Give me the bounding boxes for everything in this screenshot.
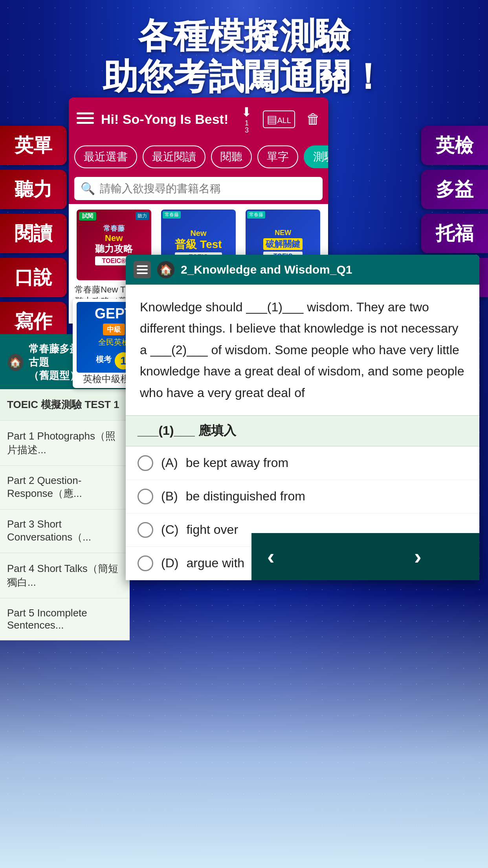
quiz-title: 2_Knowledge and Wisdom_Q1 <box>181 263 352 276</box>
tab-row: 最近選書 最近閱讀 閱聽 單字 測驗 <box>69 141 328 173</box>
quiz-home-icon[interactable]: 🏠 <box>157 261 174 278</box>
content-item-part5[interactable]: Part 5 Incomplete Sentences... <box>0 598 130 640</box>
gept-mock-label: 模考 <box>96 354 112 365</box>
option-a-row[interactable]: (A) be kept away from <box>126 447 479 480</box>
gept-subtitle: 全民英檢 <box>98 337 130 348</box>
option-b-row[interactable]: (B) be distinguished from <box>126 480 479 513</box>
panel-header: Hi! So-Yong Is Best! ⬇ 13 ▤ALL 🗑 <box>69 97 328 141</box>
content-item-part1[interactable]: Part 1 Photographs（照片描述... <box>0 421 130 466</box>
book1-tag: 試閱 <box>79 212 96 221</box>
content-home-icon: 🏠 <box>8 354 23 371</box>
book1-type-tag: 聽力 <box>136 212 149 220</box>
search-icon: 🔍 <box>81 182 95 195</box>
option-a-radio[interactable] <box>138 455 153 471</box>
option-b-text: be distinguished from <box>186 489 305 504</box>
option-b-radio[interactable] <box>138 489 153 504</box>
option-d-text: argue with <box>186 556 244 570</box>
content-item-part4[interactable]: Part 4 Short Talks（簡短獨白... <box>0 553 130 598</box>
option-b-letter: (B) <box>161 489 178 504</box>
content-item-part3[interactable]: Part 3 Short Conversations（... <box>0 509 130 553</box>
panel-user-greeting: Hi! So-Yong Is Best! <box>101 112 234 127</box>
book2-brand: 常春藤 <box>163 211 181 219</box>
filter-all-label: ALL <box>277 116 291 125</box>
quiz-panel: 🏠 2_Knowledge and Wisdom_Q1 Knowledge sh… <box>126 255 479 580</box>
main-title-area: 各種模擬測驗助您考試闖通關！ <box>0 16 488 97</box>
option-c-letter: (C) <box>161 522 178 537</box>
tab-recent-read[interactable]: 最近閱讀 <box>143 145 205 168</box>
bottom-navigation: ‹ › 🔍 看答案 <box>251 533 479 580</box>
tab-listen-read[interactable]: 閱聽 <box>211 145 252 168</box>
sidebar-item-reading[interactable]: 閱讀 <box>0 214 67 253</box>
option-d-letter: (D) <box>161 556 178 570</box>
fill-in-label: ___(1)___ 應填入 <box>126 416 479 447</box>
tab-test[interactable]: 測驗 <box>304 145 328 168</box>
option-a-letter: (A) <box>161 456 178 470</box>
delete-button[interactable]: 🗑 <box>306 111 320 127</box>
quiz-list-icon[interactable] <box>134 261 151 278</box>
sidebar-item-listening[interactable]: 聽力 <box>0 170 67 209</box>
search-bar: 🔍 <box>74 177 323 200</box>
tab-recent-books[interactable]: 最近選書 <box>74 145 137 168</box>
sort-arrow-icon: ⬇ <box>241 105 252 120</box>
content-item-test1[interactable]: TOEIC 模擬測驗 TEST 1 <box>0 389 130 421</box>
main-title: 各種模擬測驗助您考試闖通關！ <box>0 16 488 97</box>
sidebar-item-toefl[interactable]: 托福 <box>421 214 488 253</box>
sidebar-item-toeic[interactable]: 多益 <box>421 170 488 209</box>
gept-level-badge: 中級 <box>103 324 125 335</box>
sidebar-left: 英單 聽力 閱讀 口說 寫作 <box>0 126 67 341</box>
tab-vocab[interactable]: 單字 <box>257 145 298 168</box>
option-d-radio[interactable] <box>138 555 153 571</box>
sidebar-item-gept[interactable]: 英檢 <box>421 126 488 165</box>
search-input[interactable] <box>100 182 316 195</box>
prev-arrow-button[interactable]: ‹ <box>267 544 275 569</box>
filter-all-button[interactable]: ▤ALL <box>263 110 295 128</box>
option-c-radio[interactable] <box>138 522 153 538</box>
book3-brand: 常春藤 <box>247 211 265 219</box>
option-c-text: fight over <box>186 522 238 537</box>
sidebar-item-vocab[interactable]: 英單 <box>0 126 67 165</box>
next-arrow-button[interactable]: › <box>414 544 422 569</box>
sort-button[interactable]: ⬇ 13 <box>241 105 252 134</box>
content-item-part2[interactable]: Part 2 Question-Response（應... <box>0 466 130 509</box>
quiz-header: 🏠 2_Knowledge and Wisdom_Q1 <box>126 255 479 285</box>
sort-number: 13 <box>245 120 249 134</box>
sidebar-item-speaking[interactable]: 口說 <box>0 258 67 297</box>
menu-icon[interactable] <box>77 112 94 126</box>
quiz-content-text: Knowledge should ___(1)___ wisdom. They … <box>126 285 479 416</box>
option-a-text: be kept away from <box>186 456 288 470</box>
